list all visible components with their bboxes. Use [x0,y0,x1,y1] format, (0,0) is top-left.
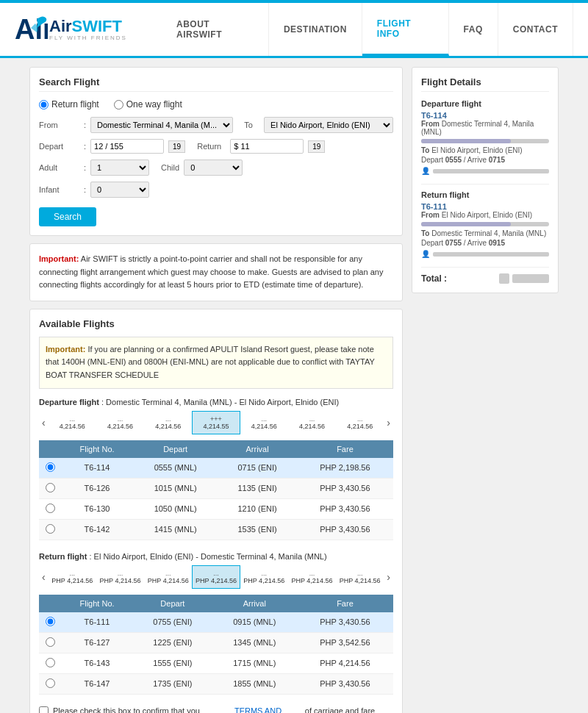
nav-faq[interactable]: FAQ [449,3,498,56]
dep-flight-radio-3[interactable] [46,524,55,534]
ret-flight-radio-1[interactable] [46,637,55,647]
return-flight-radio-label[interactable]: Return flight [39,99,99,110]
ret-col-depart: Depart [133,595,212,612]
logo: Air AirSWIFT FLY WITH FRIENDS [15,13,127,46]
ret-depart-0: 0755 (ENI) [133,612,212,633]
ret-depart-2: 1555 (ENI) [133,653,212,673]
return-label: Return [197,142,221,151]
return-calendar-btn[interactable]: 19 [308,140,325,153]
departure-icons: 👤 [421,167,549,175]
search-button[interactable]: Search [39,207,96,226]
child-select[interactable]: 012 [184,160,243,176]
dep-fare-0: PHP 2,198.56 [297,458,393,479]
logo-icon: Air [15,13,48,46]
return-times: Depart 0755 / Arrive 0915 [421,239,549,247]
search-flight-title: Search Flight [39,76,393,92]
ret-flight-no-1: T6-127 [61,632,133,653]
dep-depart-0: 0555 (MNL) [133,458,218,479]
return-to: To Domestic Terminal 4, Manila (MNL) [421,229,549,237]
return-flight-no: T6-111 [421,202,549,211]
search-flight-panel: Search Flight Return flight One way flig… [29,67,403,236]
ret-date-slot-0[interactable]: ...PHP 4,214.56 [49,565,96,589]
return-flight-radio[interactable] [39,100,49,110]
ret-flight-radio-2[interactable] [46,658,55,667]
dep-date-slot-3[interactable]: +++4,214.55 [192,411,240,434]
dep-flight-radio-2[interactable] [46,504,55,513]
table-row: T6-111 0755 (ENI) 0915 (MNL) PHP 3,430.5… [39,612,393,633]
total-amount-area [499,273,549,284]
dep-date-slot-0[interactable]: ...4,214.56 [49,411,96,434]
infant-row: Infant : 01 [39,182,393,198]
oneway-flight-radio-label[interactable]: One way flight [114,99,182,110]
ret-flight-no-2: T6-143 [61,653,133,673]
dep-depart-2: 1050 (MNL) [133,498,218,519]
adult-select[interactable]: 123 [90,160,149,176]
logo-area: Air AirSWIFT FLY WITH FRIENDS [15,13,162,46]
infant-select[interactable]: 01 [90,182,149,198]
ret-fare-1: PHP 3,542.56 [297,632,393,653]
terms-link[interactable]: TERMS AND CONDITIONS [234,706,301,713]
terms-text2: of carriage and fare rules to continue. [305,706,393,713]
ret-arrival-3: 1855 (MNL) [212,673,297,694]
ret-date-slot-6[interactable]: ...PHP 4,214.56 [336,565,384,589]
right-panel: Flight Details Departure flight T6-114 F… [412,67,559,713]
return-date-slider: ‹ ...PHP 4,214.56 ...PHP 4,214.56 ...PHP… [39,565,393,589]
depart-calendar-btn[interactable]: 19 [168,140,185,153]
dep-flight-no-2: T6-130 [61,498,133,519]
available-flights-panel: Available Flights Important: If you are … [29,309,403,713]
from-select[interactable]: Domestic Terminal 4, Manila (M... [90,117,233,133]
dep-flight-no-1: T6-126 [61,478,133,498]
main-nav: ABOUT AIRSWIFT DESTINATION FLIGHT INFO F… [162,3,573,56]
ret-date-slot-3[interactable]: ...PHP 4,214.56 [192,565,240,589]
nav-flight-info[interactable]: FLIGHT INFO [362,3,449,56]
dep-date-slot-1[interactable]: ...4,214.56 [96,411,144,434]
infant-label: Infant [39,185,79,194]
departure-flight-table: Flight No. Depart Arrival Fare T6-114 05… [39,440,393,540]
depart-date-input[interactable] [90,139,164,154]
ret-slider-next[interactable]: › [384,571,393,583]
nav-contact[interactable]: CONTACT [498,3,573,56]
total-icon [499,273,509,284]
dep-date-slot-5[interactable]: ...4,214.56 [288,411,336,434]
dep-flight-radio-1[interactable] [46,483,55,492]
dep-date-slot-4[interactable]: ...4,214.56 [240,411,288,434]
table-row: T6-126 1015 (MNL) 1135 (ENI) PHP 3,430.5… [39,478,393,498]
ret-date-slot-5[interactable]: ...PHP 4,214.56 [288,565,336,589]
ret-date-slot-2[interactable]: ...PHP 4,214.56 [144,565,192,589]
total-label: Total : [421,273,447,284]
apulit-notice: Important: If you are planning or a conf… [39,337,393,389]
pax-bar [433,169,549,173]
person-icon: 👤 [421,167,430,175]
nav-destination[interactable]: DESTINATION [269,3,362,56]
ret-date-slot-4[interactable]: ...PHP 4,214.56 [240,565,288,589]
dep-col-select [39,440,61,458]
ret-flight-radio-3[interactable] [46,678,55,688]
dep-slider-next[interactable]: › [384,417,393,429]
to-select[interactable]: El Nido Airport, Elnido (ENI) [264,117,393,133]
departure-detail-section: Departure flight T6-114 From Domestic Te… [421,99,549,175]
ret-fare-0: PHP 3,430.56 [297,612,393,633]
return-flight-table: Flight No. Depart Arrival Fare T6-111 07… [39,595,393,695]
ret-date-slot-1[interactable]: ...PHP 4,214.56 [96,565,144,589]
return-icons: 👤 [421,250,549,258]
important-label: Important: [39,254,79,263]
return-date-input[interactable] [230,139,304,154]
departure-from: From Domestic Terminal 4, Manila (MNL) [421,120,549,136]
dep-date-slot-6[interactable]: ...4,214.56 [336,411,384,434]
dep-fare-2: PHP 3,430.56 [297,498,393,519]
nav-about[interactable]: ABOUT AIRSWIFT [162,3,269,56]
dep-flight-radio-0[interactable] [46,462,55,472]
apulit-important-label: Important: [46,345,85,354]
oneway-flight-radio[interactable] [114,100,123,110]
dep-col-arrival: Arrival [218,440,297,458]
ret-flight-radio-0[interactable] [46,617,55,626]
ret-slider-prev[interactable]: ‹ [39,571,49,583]
dep-arrival-0: 0715 (ENI) [218,458,297,479]
ret-depart-3: 1735 (ENI) [133,673,212,694]
from-label: From [39,121,79,129]
flight-type-row: Return flight One way flight [39,99,393,110]
flight-details-title: Flight Details [421,76,549,92]
dep-date-slot-2[interactable]: ...4,214.56 [144,411,192,434]
dep-slider-prev[interactable]: ‹ [39,417,49,429]
terms-checkbox[interactable] [39,706,49,713]
